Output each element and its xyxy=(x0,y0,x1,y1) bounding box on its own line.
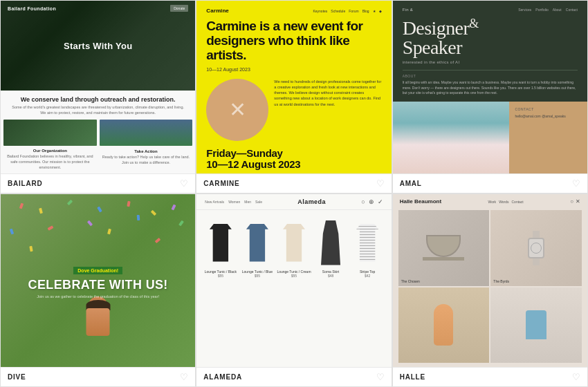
bailard-mid-grid: Our Organization Bailard Foundation beli… xyxy=(1,120,195,173)
halle-label-chosen: The Chosen xyxy=(401,279,420,283)
alameda-product-3[interactable]: Lounge Tunic / Cream $55 xyxy=(275,218,312,278)
dive-tagline: Dove Graduation! xyxy=(73,267,122,274)
carmine-nav-schedule[interactable]: Schedule xyxy=(331,9,345,13)
alameda-user-icon[interactable]: ✓ xyxy=(378,198,383,205)
bailard-forest-img xyxy=(3,120,97,146)
alameda-nav: New Arrivals Women Men Sale Alameda ○ ⊕ … xyxy=(196,194,391,210)
bailard-conserve-text: Some of the world's greatest landscapes … xyxy=(11,105,185,115)
dive-card-name: DIVE xyxy=(8,373,26,381)
carmine-nav-forum[interactable]: Forum xyxy=(349,9,358,13)
alameda-action-icons: ○ ⊕ ✓ xyxy=(361,198,383,205)
carmine-date-small: 10—12 August 2023 xyxy=(206,67,381,72)
halle-img-ceramics: The Chosen xyxy=(398,210,490,286)
bailard-hero: Bailard Foundation Donate Starts With Yo… xyxy=(1,1,195,91)
alameda-img-3 xyxy=(278,218,309,267)
alameda-price-2: $55 xyxy=(255,274,260,278)
carmine-heart-icon[interactable]: ♡ xyxy=(376,178,385,189)
alameda-nav-links: New Arrivals Women Men Sale xyxy=(205,200,262,204)
halle-icon-1[interactable]: ○ xyxy=(570,198,573,205)
bailard-heart-icon[interactable]: ♡ xyxy=(180,178,188,189)
halle-nav: Halle Beaumont Work Words Contact ○ ✕ xyxy=(393,194,587,209)
dive-preview: Dove Graduation! CELEBRATE WITH US! Join… xyxy=(1,194,195,367)
alameda-heart-icon[interactable]: ♡ xyxy=(376,372,385,382)
alameda-product-2[interactable]: Lounge Tunic / Blue $55 xyxy=(239,218,275,278)
card-amal[interactable]: Fin & Services Portfolio About Contact D… xyxy=(392,0,588,194)
dress-dark-shape xyxy=(321,220,340,265)
alameda-footer: ALAMEDA ♡ xyxy=(196,367,391,386)
card-alameda[interactable]: New Arrivals Women Men Sale Alameda ○ ⊕ … xyxy=(196,194,392,387)
shirt-stripe-shape xyxy=(356,224,378,262)
halle-nav-words[interactable]: Words xyxy=(499,200,508,204)
bailard-footer: BAILARD ♡ xyxy=(1,173,195,193)
shirt-cream-shape xyxy=(283,224,305,262)
carmine-nav-keynotes[interactable]: Keynotes xyxy=(313,9,327,13)
alameda-product-1[interactable]: Lounge Tunic / Black $55 xyxy=(202,218,239,278)
alameda-product-4[interactable]: Soma Skirt $48 xyxy=(313,218,349,278)
bailard-preview: Bailard Foundation Donate Starts With Yo… xyxy=(1,1,195,173)
bailard-logo: Bailard Foundation xyxy=(8,6,56,11)
alameda-nav-men[interactable]: Men xyxy=(244,200,251,204)
bailard-donate-btn[interactable]: Donate xyxy=(170,5,188,12)
bailard-org-text: Bailard Foundation believes in healthy, … xyxy=(3,154,97,170)
card-dive[interactable]: Dove Graduation! CELEBRATE WITH US! Join… xyxy=(0,194,196,387)
amal-about-text: It all begins with an idea. Maybe you wa… xyxy=(403,80,578,96)
amal-nav-contact[interactable]: Contact xyxy=(566,8,578,12)
dive-person-area xyxy=(86,296,110,341)
dive-headline: CELEBRATE WITH US! xyxy=(28,279,168,292)
carmine-circle-img xyxy=(206,79,268,141)
amal-nav-services[interactable]: Services xyxy=(518,8,531,12)
bailard-action-section: Take Action Ready to take action? Help u… xyxy=(100,149,193,165)
bailard-right-col: Take Action Ready to take action? Help u… xyxy=(100,120,193,173)
amal-face-photo xyxy=(393,102,510,173)
carmine-friday-line: Friday—Sunday xyxy=(206,148,381,160)
card-halle[interactable]: Halle Beaumont Work Words Contact ○ ✕ xyxy=(392,194,588,387)
alameda-logo: Alameda xyxy=(297,198,326,205)
carmine-nav-social1[interactable]: ★ xyxy=(373,9,376,13)
alameda-products: Lounge Tunic / Black $55 Lounge Tunic / … xyxy=(196,210,391,286)
amal-top: Fin & Services Portfolio About Contact D… xyxy=(393,1,587,102)
alameda-nav-sale[interactable]: Sale xyxy=(255,200,262,204)
dive-heart-icon[interactable]: ♡ xyxy=(180,372,188,382)
amal-preview: Fin & Services Portfolio About Contact D… xyxy=(393,1,587,173)
halle-photo-grid: The Chosen The Byrds xyxy=(393,209,587,364)
card-carmine[interactable]: Carmine Keynotes Schedule Forum Blog ★ ◆… xyxy=(196,0,392,194)
alameda-img-2 xyxy=(241,218,273,267)
alameda-preview: New Arrivals Women Men Sale Alameda ○ ⊕ … xyxy=(196,194,391,367)
carmine-footer: CARMINE ♡ xyxy=(196,173,391,193)
amal-nav: Fin & Services Portfolio About Contact xyxy=(403,8,578,12)
dive-sub-text: Join us as we gather to celebrate the gr… xyxy=(28,294,168,299)
halle-card-name: HALLE xyxy=(400,373,425,381)
shirt-black-shape xyxy=(210,224,232,262)
alameda-card-name: ALAMEDA xyxy=(203,373,242,381)
halle-heart-icon[interactable]: ♡ xyxy=(572,372,580,382)
shirt-blue-shape xyxy=(246,224,268,262)
alameda-nav-women[interactable]: Women xyxy=(228,200,240,204)
bailard-org-title: Our Organization xyxy=(3,149,97,153)
amal-title-speaker: Speaker xyxy=(403,37,462,58)
bailard-mountain-img xyxy=(100,120,193,146)
alameda-product-5[interactable]: Stripe Top $42 xyxy=(349,218,386,278)
alameda-price-3: $55 xyxy=(291,274,297,278)
carmine-main-area: We need to hundreds of design profession… xyxy=(206,79,381,141)
halle-ceramics-display xyxy=(423,235,464,261)
halle-icon-2[interactable]: ✕ xyxy=(576,198,580,205)
carmine-nav-links: Keynotes Schedule Forum Blog ★ ◆ xyxy=(313,9,381,13)
alameda-search-icon[interactable]: ○ xyxy=(361,198,365,205)
alameda-nav-new[interactable]: New Arrivals xyxy=(205,200,224,204)
carmine-nav-social2[interactable]: ◆ xyxy=(379,9,382,13)
amal-nav-logo: Fin & xyxy=(403,8,414,12)
halle-nav-work[interactable]: Work xyxy=(488,200,497,204)
bailard-action-text: Ready to take action? Help us take care … xyxy=(100,155,193,165)
amal-nav-portfolio[interactable]: Portfolio xyxy=(535,8,548,12)
amal-nav-about[interactable]: About xyxy=(553,8,562,12)
carmine-logo: Carmine xyxy=(206,8,229,14)
carmine-nav-blog[interactable]: Blog xyxy=(362,9,369,13)
amal-heart-icon[interactable]: ♡ xyxy=(572,178,580,189)
bailard-mid-col: Our Organization Bailard Foundation beli… xyxy=(3,120,97,173)
card-bailard[interactable]: Bailard Foundation Donate Starts With Yo… xyxy=(0,0,196,194)
amal-photo-section: CONTACT hello@amal.com @amal_speaks xyxy=(393,102,587,173)
halle-person-display xyxy=(526,310,546,339)
alameda-cart-icon[interactable]: ⊕ xyxy=(369,198,374,205)
halle-nav-contact[interactable]: Contact xyxy=(511,200,523,204)
alameda-price-5: $42 xyxy=(365,274,370,278)
